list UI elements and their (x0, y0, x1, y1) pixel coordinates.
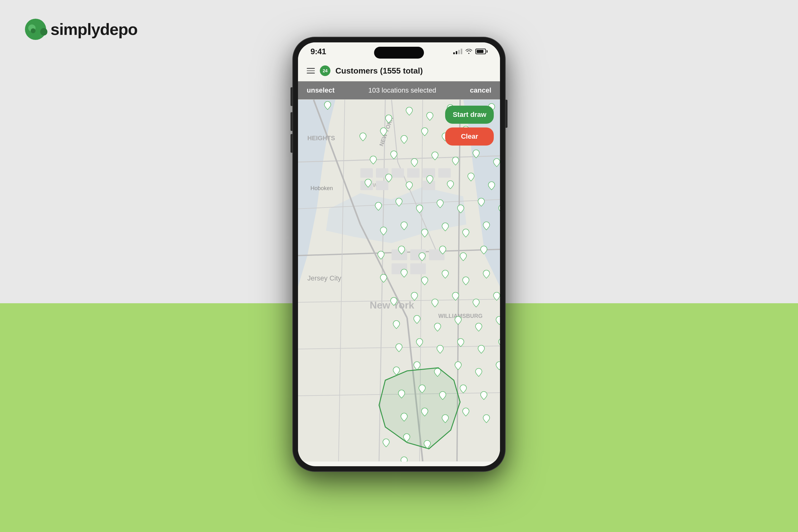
logo: simplydepo (25, 19, 137, 40)
map-action-buttons: Start draw Clear (445, 106, 494, 146)
svg-text:HEIGHTS: HEIGHTS (307, 135, 335, 141)
logo-text: simplydepo (51, 20, 137, 39)
page-title: Customers (1555 total) (336, 66, 423, 76)
menu-icon[interactable] (307, 68, 315, 74)
map-background: HEIGHTS Hoboken NEW YORK WES Jersey City… (298, 99, 500, 461)
svg-rect-37 (392, 263, 407, 274)
svg-rect-25 (360, 168, 373, 178)
selection-bar: unselect 103 locations selected cancel (298, 81, 500, 99)
phone-screen: 9:41 (298, 42, 500, 466)
wifi-icon (466, 49, 472, 54)
unselect-button[interactable]: unselect (307, 86, 335, 94)
svg-rect-38 (410, 263, 426, 274)
svg-text:Hoboken: Hoboken (310, 185, 333, 191)
status-icons (453, 49, 488, 54)
dynamic-island (374, 47, 424, 59)
battery-icon (475, 49, 488, 54)
svg-rect-31 (423, 168, 435, 178)
selection-count: 103 locations selected (368, 86, 436, 94)
signal-icon (453, 49, 462, 54)
status-bar: 9:41 (298, 42, 500, 60)
svg-rect-34 (392, 249, 407, 260)
svg-rect-26 (376, 168, 388, 178)
svg-rect-27 (392, 168, 404, 178)
map-view[interactable]: HEIGHTS Hoboken NEW YORK WES Jersey City… (298, 99, 500, 461)
svg-rect-32 (423, 181, 435, 190)
svg-rect-36 (429, 249, 444, 260)
phone-frame: 9:41 (293, 37, 505, 471)
svg-rect-33 (438, 168, 451, 178)
svg-rect-35 (410, 249, 426, 260)
start-draw-button[interactable]: Start draw (445, 106, 494, 124)
svg-text:WILLIAMSBURG: WILLIAMSBURG (438, 313, 482, 319)
customer-badge: 24 (320, 65, 330, 76)
svg-rect-30 (407, 168, 420, 178)
svg-text:Jersey City: Jersey City (307, 274, 341, 282)
svg-rect-29 (376, 181, 388, 190)
logo-icon (25, 19, 46, 40)
clear-button[interactable]: Clear (445, 128, 494, 146)
svg-text:New York: New York (370, 300, 414, 311)
status-time: 9:41 (310, 47, 326, 56)
app-header: 24 Customers (1555 total) (298, 60, 500, 81)
svg-point-1 (31, 28, 36, 33)
svg-rect-28 (360, 181, 373, 190)
cancel-button[interactable]: cancel (470, 86, 492, 94)
phone-mockup: 9:41 (293, 37, 505, 471)
